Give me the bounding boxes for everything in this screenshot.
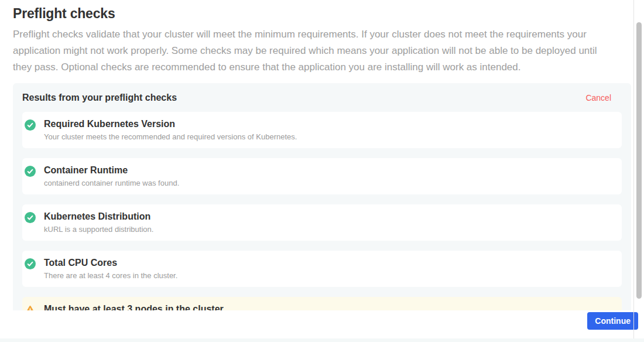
check-text: Must have at least 3 nodes in the cluste… [44, 303, 224, 310]
check-message: There are at least 4 cores in the cluste… [44, 271, 177, 281]
check-circle-icon [25, 258, 36, 269]
check-title: Container Runtime [44, 165, 179, 176]
check-circle-icon [25, 119, 36, 131]
cancel-link[interactable]: Cancel [585, 93, 611, 102]
check-title: Total CPU Cores [44, 257, 177, 269]
check-row-kubernetes-distribution: Kubernetes Distribution kURL is a suppor… [22, 204, 622, 241]
check-text: Container Runtime containerd container r… [44, 165, 179, 188]
page-title: Preflight checks [13, 6, 631, 21]
check-title: Required Kubernetes Version [44, 118, 297, 130]
bottom-strip [0, 338, 644, 342]
check-row-total-cpu-cores: Total CPU Cores There are at least 4 cor… [22, 251, 622, 287]
check-text: Required Kubernetes Version Your cluster… [44, 118, 297, 142]
check-row-required-kubernetes-version: Required Kubernetes Version Your cluster… [22, 112, 622, 148]
page-description: Preflight checks validate that your clus… [13, 26, 607, 76]
continue-button[interactable]: Continue [587, 312, 638, 330]
page-content: Preflight checks Preflight checks valida… [13, 0, 631, 86]
check-row-container-runtime: Container Runtime containerd container r… [22, 158, 622, 194]
check-message: containerd container runtime was found. [44, 179, 179, 188]
footer-bar: Continue [0, 310, 644, 338]
check-title: Must have at least 3 nodes in the cluste… [44, 303, 224, 310]
warning-triangle-icon [25, 305, 36, 310]
check-circle-icon [25, 166, 36, 177]
check-message: Your cluster meets the recommended and r… [44, 132, 297, 142]
results-panel-header: Results from your preflight checks Cance… [22, 93, 622, 103]
check-text: Total CPU Cores There are at least 4 cor… [44, 257, 177, 281]
check-text: Kubernetes Distribution kURL is a suppor… [44, 211, 153, 234]
check-circle-icon [25, 212, 36, 223]
check-title: Kubernetes Distribution [44, 211, 153, 223]
results-panel-title: Results from your preflight checks [22, 93, 177, 103]
scrollbar-divider [633, 0, 634, 338]
results-panel: Results from your preflight checks Cance… [13, 83, 631, 310]
scrollbar-thumb[interactable] [636, 22, 642, 299]
check-message: kURL is a supported distribution. [44, 225, 153, 234]
check-row-node-count-warning: Must have at least 3 nodes in the cluste… [22, 297, 622, 310]
